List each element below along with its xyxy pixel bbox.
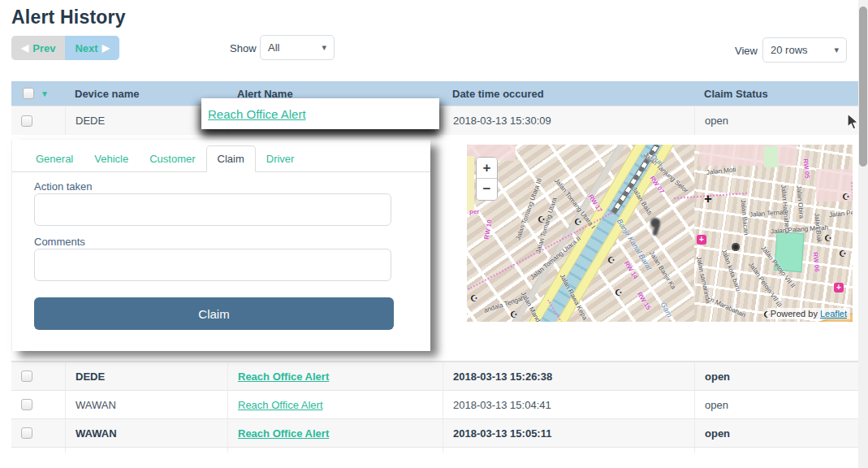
zoom-in-button[interactable]: +	[477, 158, 497, 179]
datetime-cell: 2018-03-13 15:05:11	[443, 419, 694, 447]
tab-customer[interactable]: Customer	[139, 146, 205, 171]
device-name-cell: WAWAN	[65, 419, 227, 447]
view-rows-select[interactable]: 20 rows ▾	[762, 37, 847, 63]
mosque-icon: ☪	[615, 288, 623, 297]
action-taken-label: Action taken	[34, 180, 93, 193]
datetime-cell: 2018-03-13 15:26:38	[443, 362, 694, 390]
table-row[interactable]: DEDE Reach Office Alert 2018-03-13 15:26…	[11, 362, 858, 390]
map-label: per	[469, 208, 479, 215]
comments-input[interactable]	[34, 249, 391, 281]
sort-descending-icon[interactable]: ▼	[41, 89, 49, 98]
device-name-cell: WAWAN	[65, 391, 227, 418]
alert-name-link[interactable]: Reach Office Alert	[208, 107, 306, 121]
action-taken-input[interactable]	[34, 193, 391, 226]
mosque-icon: ☪	[538, 215, 546, 224]
row-checkbox[interactable]	[21, 399, 32, 410]
row-checkbox[interactable]	[21, 370, 32, 382]
mosque-icon: ☪	[839, 249, 847, 258]
mosque-icon: ☪	[470, 294, 478, 303]
mosque-icon: ☪	[510, 310, 518, 319]
pagination: ◀ Prev Next ▶	[11, 36, 119, 60]
view-select-value: 20 rows	[771, 44, 808, 56]
view-label: View	[735, 45, 758, 57]
map-green-patch	[764, 146, 778, 167]
alert-name-link[interactable]: Reach Office Alert	[238, 427, 329, 440]
prev-arrow-icon: ◀	[21, 43, 28, 53]
row-checkbox[interactable]	[21, 427, 32, 439]
chevron-down-icon: ▾	[322, 42, 326, 53]
chevron-down-icon: ▾	[834, 45, 839, 55]
map-attribution: Powered by Leaflet	[767, 308, 850, 319]
page-title: Alert History	[11, 6, 126, 28]
claim-status-cell: open	[694, 362, 858, 390]
leaflet-link[interactable]: Leaflet	[820, 309, 847, 318]
alert-history-page: Alert History ◀ Prev Next ▶ Show All ▾ V…	[0, 0, 868, 468]
detail-tabs: GeneralVehicleCustomerClaimDriver	[12, 145, 430, 172]
mosque-icon: ☪	[824, 234, 832, 243]
map-landuse-patch	[699, 145, 797, 166]
table-row[interactable]: WAWAN Reach Office Alert 2018-03-13 15:0…	[11, 390, 858, 418]
table-row-partial[interactable]	[11, 447, 858, 453]
alert-location-map[interactable]: Jalan Tomang UtaraJalan Tomang Utara III…	[467, 145, 853, 322]
alert-name-link[interactable]: Reach Office Alert	[238, 370, 329, 383]
church-cross-icon: +	[704, 192, 712, 206]
next-button[interactable]: Next ▶	[65, 36, 119, 60]
mosque-icon: ☪	[607, 256, 615, 265]
attribution-text: Powered by	[771, 309, 820, 318]
next-arrow-icon: ▶	[102, 43, 110, 53]
vehicle-marker-icon	[647, 216, 662, 237]
claim-button[interactable]: Claim	[34, 297, 394, 330]
claim-status-cell: open	[694, 391, 858, 418]
show-select-value: All	[268, 41, 279, 54]
col-claim-status[interactable]: Claim Status	[694, 88, 858, 100]
prev-button[interactable]: ◀ Prev	[11, 36, 65, 60]
zoom-out-button[interactable]: −	[477, 179, 497, 200]
col-datetime[interactable]: Date time occured	[443, 88, 694, 100]
table-row[interactable]: WAWAN Reach Office Alert 2018-03-13 15:0…	[11, 418, 858, 447]
row-checkbox[interactable]	[21, 115, 32, 127]
next-label: Next	[75, 42, 97, 54]
mosque-dome-icon	[732, 243, 740, 251]
prev-label: Prev	[32, 42, 55, 54]
claim-status-cell: open	[694, 106, 858, 135]
map-zoom-control: + −	[476, 157, 498, 201]
show-label: Show	[230, 42, 257, 54]
scrollbar-track[interactable]	[858, 0, 868, 468]
comments-label: Comments	[34, 236, 85, 248]
mosque-icon: ☪	[574, 218, 582, 227]
datetime-cell: 2018-03-13 15:04:41	[443, 391, 694, 418]
alert-name-popup: Reach Office Alert	[201, 98, 439, 129]
mosque-icon: ☪	[842, 193, 850, 202]
tab-driver[interactable]: Driver	[256, 146, 305, 171]
claim-status-cell: open	[694, 419, 858, 447]
tab-general[interactable]: General	[25, 146, 84, 171]
tab-vehicle[interactable]: Vehicle	[84, 146, 139, 171]
device-name-cell: DEDE	[65, 362, 227, 390]
tab-claim[interactable]: Claim	[206, 145, 256, 172]
datetime-cell: 2018-03-13 15:30:09	[443, 106, 694, 135]
alert-name-link[interactable]: Reach Office Alert	[238, 399, 323, 411]
hospital-icon: +	[834, 283, 844, 292]
show-select[interactable]: All ▾	[260, 35, 335, 60]
select-all-checkbox[interactable]	[23, 88, 34, 99]
claim-detail-panel: GeneralVehicleCustomerClaimDriver Action…	[11, 140, 430, 351]
map-road-segment	[467, 156, 474, 213]
scrollbar-thumb[interactable]	[859, 6, 867, 167]
hospital-icon: +	[697, 235, 706, 245]
